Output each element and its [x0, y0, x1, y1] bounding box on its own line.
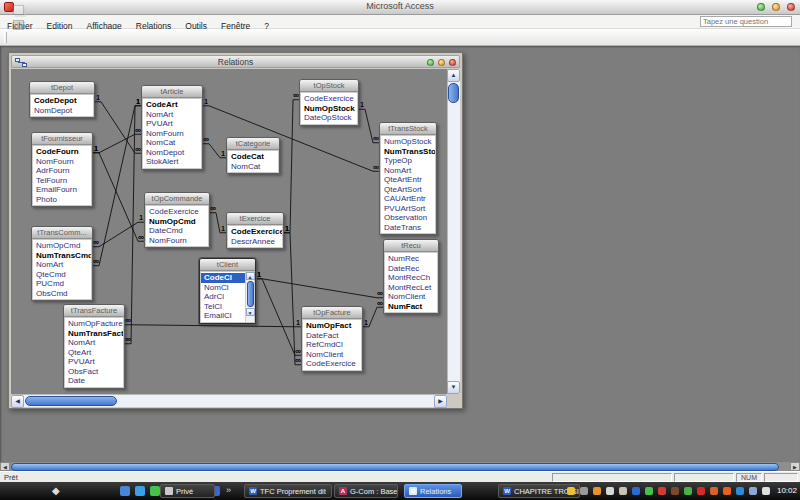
- field-CodeExercice[interactable]: CodeExercice: [228, 227, 282, 237]
- field-CodeExercice[interactable]: CodeExercice: [301, 94, 357, 104]
- field-TelFourn[interactable]: TelFourn: [33, 176, 91, 186]
- field-NomArt[interactable]: NomArt: [381, 166, 435, 176]
- table-tExercice[interactable]: tExerciceCodeExerciceDescrAnnee: [226, 212, 284, 249]
- canvas-vertical-scrollbar[interactable]: ▲ ▼: [447, 69, 460, 394]
- field-ObsCmd[interactable]: ObsCmd: [33, 289, 91, 299]
- field-NumOpCmd[interactable]: NumOpCmd: [146, 217, 208, 227]
- field-NomArt[interactable]: NomArt: [65, 338, 123, 348]
- relationship-line[interactable]: [93, 153, 144, 242]
- tray-icon[interactable]: [645, 487, 653, 495]
- field-NomFourn[interactable]: NomFourn: [146, 236, 208, 246]
- tray-icon[interactable]: [710, 487, 718, 495]
- scroll-right-icon[interactable]: ▶: [434, 395, 447, 408]
- quicklaunch-overflow-chevron[interactable]: »: [226, 485, 231, 495]
- field-NumOpStock[interactable]: NumOpStock: [301, 104, 357, 114]
- field-NumTransStock[interactable]: NumTransStock: [381, 147, 435, 157]
- field-Photo[interactable]: Photo: [33, 195, 91, 205]
- table-title[interactable]: tCategorie: [227, 138, 279, 150]
- field-NomClient[interactable]: NomClient: [303, 350, 361, 360]
- field-DescrAnnee[interactable]: DescrAnnee: [228, 237, 282, 247]
- tray-icon[interactable]: [749, 487, 757, 495]
- relations-window[interactable]: Relations 1∞1∞1∞1∞1∞1∞1∞1∞1∞1∞1∞1∞1∞1∞1∞…: [8, 52, 463, 409]
- field-StokAlert[interactable]: StokAlert: [143, 157, 201, 167]
- taskbar-button-priv[interactable]: Privé: [160, 484, 215, 498]
- tray-icon[interactable]: [684, 487, 692, 495]
- field-CodeDepot[interactable]: CodeDepot: [31, 96, 93, 106]
- field-CodeExercice[interactable]: CodeExercice: [303, 359, 361, 369]
- table-tTransCommande[interactable]: tTransComm...NumOpCmdNumTransCmdNomArtQt…: [31, 226, 93, 301]
- minimize-button[interactable]: [757, 3, 765, 11]
- scroll-left-icon[interactable]: ◀: [11, 395, 24, 408]
- table-scroll-thumb[interactable]: [247, 281, 254, 307]
- quicklaunch-media-icon[interactable]: [150, 486, 160, 496]
- table-tOpCommande[interactable]: tOpCommandeCodeExerciceNumOpCmdDateCmdNo…: [144, 192, 210, 248]
- field-EmailCl[interactable]: EmailCl: [201, 311, 245, 321]
- field-NumTransCmd[interactable]: NumTransCmd: [33, 251, 91, 261]
- tray-icon[interactable]: [619, 487, 627, 495]
- field-TelCl[interactable]: TelCl: [201, 302, 245, 312]
- field-ObsFact[interactable]: ObsFact: [65, 367, 123, 377]
- field-NomCat[interactable]: NomCat: [143, 138, 201, 148]
- field-NomClient[interactable]: NomClient: [385, 292, 437, 302]
- field-CodeFourn[interactable]: CodeFourn: [33, 147, 91, 157]
- field-RefCmdCl[interactable]: RefCmdCl: [303, 340, 361, 350]
- scroll-down-icon[interactable]: ▼: [447, 381, 460, 394]
- maximize-button[interactable]: [772, 3, 780, 11]
- field-NumTransFact[interactable]: NumTransFact: [65, 329, 123, 339]
- field-CodeExercice[interactable]: CodeExercice: [146, 207, 208, 217]
- table-title[interactable]: tOpStock: [300, 80, 358, 92]
- field-NomArt[interactable]: NomArt: [33, 260, 91, 270]
- table-title[interactable]: tOpCommande: [145, 193, 209, 205]
- app-horizontal-scrollbar[interactable]: ◀ ▶: [0, 462, 800, 471]
- field-DateRec[interactable]: DateRec: [385, 264, 437, 274]
- field-NumOpFacture[interactable]: NumOpFacture: [65, 319, 123, 329]
- question-box[interactable]: ▼: [700, 16, 792, 27]
- table-title[interactable]: tTransStock: [380, 123, 436, 135]
- tray-icon[interactable]: [580, 487, 588, 495]
- field-NomFourn[interactable]: NomFourn: [33, 157, 91, 167]
- field-MontRecLet[interactable]: MontRecLet: [385, 283, 437, 293]
- relationship-line[interactable]: [93, 222, 144, 247]
- question-input[interactable]: [701, 17, 800, 26]
- field-NumOpStock[interactable]: NumOpStock: [381, 137, 435, 147]
- field-CAUArtEntr[interactable]: CAUArtEntr: [381, 194, 435, 204]
- field-NumFact[interactable]: NumFact: [385, 302, 437, 312]
- table-title[interactable]: tOpFacture: [302, 307, 362, 319]
- field-PUCmd[interactable]: PUCmd: [33, 279, 91, 289]
- tray-icon[interactable]: [671, 487, 679, 495]
- toolbar-grip[interactable]: [4, 32, 7, 43]
- field-AdrFourn[interactable]: AdrFourn: [33, 166, 91, 176]
- field-CodeCat[interactable]: CodeCat: [228, 152, 278, 162]
- field-NumRec[interactable]: NumRec: [385, 254, 437, 264]
- tray-icon[interactable]: [723, 487, 731, 495]
- field-Date[interactable]: Date: [65, 376, 123, 386]
- field-CodeArt[interactable]: CodeArt: [143, 100, 201, 110]
- child-maximize-button[interactable]: [438, 59, 445, 66]
- scroll-up-icon[interactable]: ▲: [246, 272, 255, 280]
- child-close-button[interactable]: [449, 59, 456, 66]
- scroll-left-icon[interactable]: ◀: [0, 462, 10, 471]
- field-PVUArt[interactable]: PVUArt: [143, 119, 201, 129]
- field-QteArtSort[interactable]: QteArtSort: [381, 185, 435, 195]
- field-QteCmd[interactable]: QteCmd: [33, 270, 91, 280]
- table-title[interactable]: tClient: [200, 259, 255, 271]
- table-title[interactable]: tTransFacture: [64, 305, 124, 317]
- field-NomDepot[interactable]: NomDepot: [143, 148, 201, 158]
- field-PVUArtSort[interactable]: PVUArtSort: [381, 204, 435, 214]
- field-QteArt[interactable]: QteArt: [65, 348, 123, 358]
- tray-icon[interactable]: [762, 487, 770, 495]
- field-PVUArt[interactable]: PVUArt: [65, 357, 123, 367]
- field-Observation[interactable]: Observation: [381, 213, 435, 223]
- field-NomCl[interactable]: NomCl: [201, 283, 245, 293]
- table-title[interactable]: tExercice: [227, 213, 283, 225]
- field-NomCat[interactable]: NomCat: [228, 162, 278, 172]
- table-title[interactable]: tRecu: [384, 240, 438, 252]
- scroll-up-icon[interactable]: ▲: [447, 69, 460, 82]
- scroll-right-icon[interactable]: ▶: [790, 462, 800, 471]
- table-tClient[interactable]: tClientCodeClNomClAdrClTelClEmailCl▲▼: [199, 258, 256, 324]
- table-title[interactable]: tFournisseur: [32, 133, 92, 145]
- vertical-scroll-thumb[interactable]: [448, 83, 459, 103]
- relationships-canvas[interactable]: 1∞1∞1∞1∞1∞1∞1∞1∞1∞1∞1∞1∞1∞1∞1∞1∞tDepotCo…: [11, 69, 447, 394]
- field-AdrCl[interactable]: AdrCl: [201, 292, 245, 302]
- quicklaunch-desktop-icon[interactable]: [120, 486, 130, 496]
